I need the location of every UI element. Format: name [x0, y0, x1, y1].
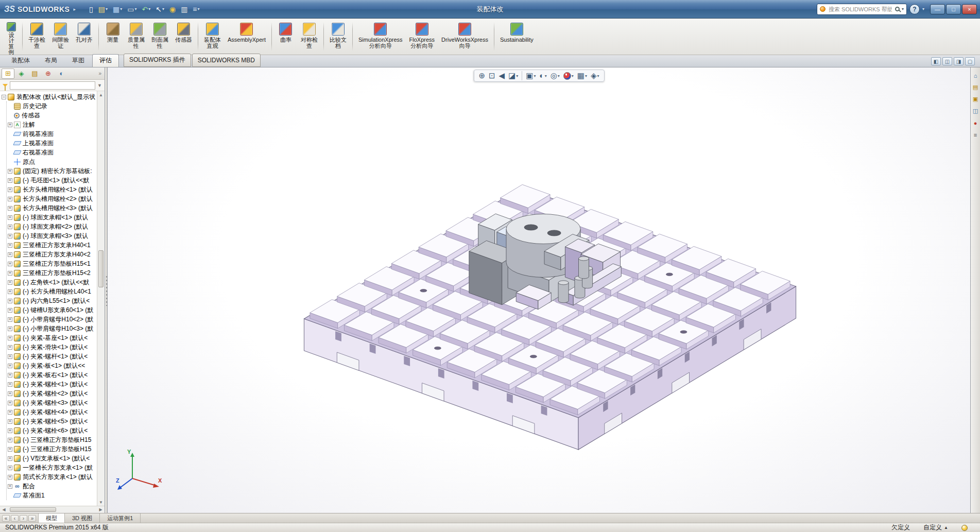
- filter-caret-icon[interactable]: ▼: [97, 83, 102, 88]
- tab-evaluate[interactable]: 评估: [92, 54, 119, 67]
- propertymanager-tab[interactable]: ◈: [15, 68, 28, 79]
- view-settings-button[interactable]: ◈▾: [589, 71, 601, 80]
- tab-model[interactable]: 模型: [39, 513, 65, 523]
- tree-item[interactable]: +(-) 夹紧-板<1> (默认<<: [8, 361, 97, 370]
- expand-icon[interactable]: +: [8, 456, 12, 461]
- search-input[interactable]: [828, 6, 893, 13]
- tab-motion-study-1[interactable]: 运动算例1: [100, 513, 141, 523]
- tree-item[interactable]: +(-) 三竖槽正方形垫板H15: [8, 435, 97, 444]
- tab-assembly[interactable]: 装配体: [4, 54, 37, 67]
- menu-expand-caret-icon[interactable]: ▸: [73, 7, 76, 12]
- appearances-icon[interactable]: ●: [972, 119, 979, 127]
- view-palette-icon[interactable]: ◫: [972, 107, 979, 115]
- tree-item[interactable]: +(固定) 精密长方形基础板:: [8, 166, 97, 176]
- tree-item[interactable]: +(-) 键槽U形支承60<1> (默: [8, 305, 97, 315]
- tree-item[interactable]: +(-) 夹紧-螺栓<6> (默认<: [8, 426, 97, 435]
- tree-filter-input[interactable]: [10, 81, 95, 90]
- dimxpertmanager-tab[interactable]: ⊕: [42, 68, 55, 79]
- tree-item[interactable]: +(-) 长方头槽用螺栓L40<1: [8, 287, 97, 296]
- save-document-button[interactable]: ▦▾: [111, 3, 124, 15]
- tree-item[interactable]: +(-) 三竖槽正方形垫板H15: [8, 444, 97, 454]
- quick-tips-icon[interactable]: [961, 525, 968, 531]
- tree-item[interactable]: +简式长方形支承<1> (默认: [8, 472, 97, 482]
- expand-icon[interactable]: +: [8, 225, 12, 229]
- expand-icon[interactable]: +: [8, 391, 12, 396]
- expand-icon[interactable]: +: [8, 308, 12, 313]
- app-logo[interactable]: ЗS SOLIDWORKS ▸: [3, 5, 80, 14]
- apply-scene-button[interactable]: ▦▾: [576, 71, 589, 80]
- tree-item[interactable]: +(-) 夹紧-板右<1> (默认<: [8, 370, 97, 380]
- section-view-button[interactable]: ◪▾: [507, 71, 520, 80]
- options-button[interactable]: ≡▾: [191, 3, 201, 15]
- help-caret-icon[interactable]: ▾: [922, 7, 924, 11]
- close-button[interactable]: ×: [962, 4, 977, 14]
- expand-icon[interactable]: +: [8, 252, 12, 257]
- tree-item[interactable]: +(-) V型支承板<1> (默认<: [8, 454, 97, 463]
- tree-item[interactable]: +(-) 夹紧-螺杆<1> (默认<: [8, 352, 97, 361]
- expand-icon[interactable]: +: [8, 354, 12, 359]
- tree-item[interactable]: +三竖槽正方形支承H40<1: [8, 241, 97, 250]
- expand-icon[interactable]: +: [8, 271, 12, 276]
- tree-item[interactable]: 原点: [8, 157, 97, 166]
- design-library-icon[interactable]: ▤: [972, 83, 979, 91]
- expand-icon[interactable]: +: [8, 401, 12, 405]
- expand-icon[interactable]: +: [8, 382, 12, 387]
- interference-detection-button[interactable]: 干涉检查: [25, 20, 48, 53]
- tree-item[interactable]: +(-) 球面支承帽<1> (默认: [8, 213, 97, 222]
- tree-item[interactable]: +(-) 球面支承帽<3> (默认: [8, 231, 97, 241]
- tree-item[interactable]: +(-) 毛坯图<1> (默认<<默: [8, 176, 97, 185]
- rebuild-button[interactable]: ◉: [167, 3, 178, 15]
- expand-icon[interactable]: +: [8, 243, 12, 248]
- dropdown-caret-icon[interactable]: ▾: [162, 7, 164, 11]
- expand-icon[interactable]: +: [8, 197, 12, 201]
- displaymanager-tab[interactable]: ◐: [55, 68, 68, 79]
- dropdown-caret-icon[interactable]: ▾: [585, 74, 587, 78]
- dropdown-caret-icon[interactable]: ▾: [558, 74, 560, 78]
- expand-icon[interactable]: +: [8, 234, 12, 238]
- vertical-scroll-thumb[interactable]: [98, 250, 104, 287]
- zoom-area-button[interactable]: ⊡: [487, 71, 497, 80]
- display-style-button[interactable]: ◐▾: [538, 71, 548, 80]
- undo-button[interactable]: ↶▾: [140, 3, 152, 15]
- filter-funnel-icon[interactable]: [3, 84, 8, 87]
- expand-icon[interactable]: +: [8, 262, 12, 266]
- floxpress-wizard-button[interactable]: FloXpress分析向导: [406, 20, 438, 53]
- maximize-button[interactable]: □: [946, 4, 961, 14]
- expand-icon[interactable]: +: [8, 447, 12, 452]
- sensors-button[interactable]: 传感器: [172, 20, 195, 53]
- tab-layout[interactable]: 布局: [38, 54, 64, 67]
- hole-alignment-button[interactable]: 孔对齐: [73, 20, 96, 53]
- expand-icon[interactable]: +: [8, 169, 12, 174]
- expand-icon[interactable]: +: [8, 410, 12, 415]
- simulationxpress-wizard-button[interactable]: SimulationXpress分析向导: [355, 20, 406, 53]
- design-study-button[interactable]: 设计算例: [3, 20, 20, 53]
- tree-item[interactable]: 右视基准面: [8, 148, 97, 157]
- dropdown-caret-icon[interactable]: ▾: [534, 74, 536, 78]
- help-button[interactable]: ?: [909, 4, 920, 14]
- expand-icon[interactable]: +: [8, 317, 12, 322]
- tree-item[interactable]: +三竖槽正方形垫板H15<2: [8, 268, 97, 278]
- tree-item[interactable]: +(-) 夹紧-滑块<1> (默认<: [8, 342, 97, 352]
- tree-item[interactable]: +A注解: [8, 120, 97, 129]
- horizontal-scroll-thumb[interactable]: [10, 507, 56, 512]
- pane-split-button[interactable]: ◫: [942, 57, 952, 65]
- tree-item[interactable]: +(-) 内六角L55<1> (默认<: [8, 296, 97, 305]
- expand-icon[interactable]: +: [8, 466, 12, 470]
- expand-icon[interactable]: +: [8, 327, 12, 331]
- dropdown-caret-icon[interactable]: ▾: [106, 7, 108, 11]
- tree-item[interactable]: +(-) 夹紧-基座<1> (默认<: [8, 333, 97, 342]
- expand-icon[interactable]: +: [8, 123, 12, 127]
- file-properties-button[interactable]: ▥: [179, 3, 190, 15]
- dropdown-caret-icon[interactable]: ▾: [198, 7, 200, 11]
- dropdown-caret-icon[interactable]: ▾: [120, 7, 122, 11]
- select-cursor-button[interactable]: ↖▾: [153, 3, 166, 15]
- configurationmanager-tab[interactable]: ▤: [28, 68, 41, 79]
- tree-item[interactable]: +(-) 夹紧-螺栓<1> (默认<: [8, 380, 97, 389]
- tab-solidworks-addins[interactable]: SOLIDWORKS 插件: [124, 54, 191, 67]
- pane-left-button[interactable]: ◧: [931, 57, 941, 65]
- search-caret-icon[interactable]: ▾: [902, 7, 904, 11]
- expand-icon[interactable]: +: [8, 187, 12, 192]
- expand-icon[interactable]: +: [8, 475, 12, 479]
- collapse-icon[interactable]: −: [2, 95, 6, 99]
- expand-icon[interactable]: +: [8, 206, 12, 211]
